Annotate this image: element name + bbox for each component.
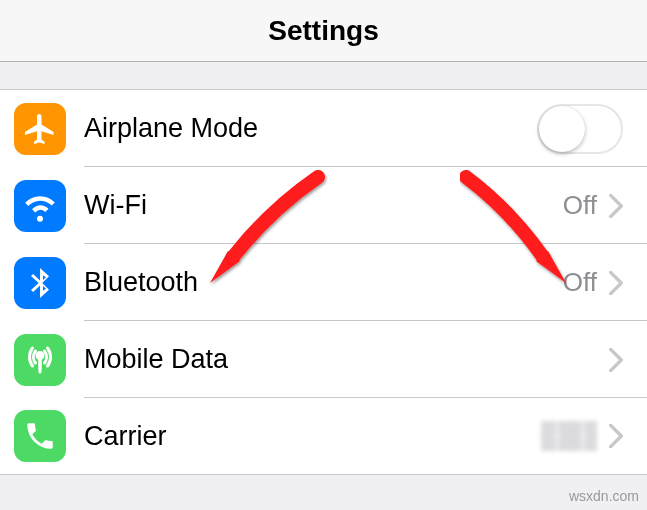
carrier-status-obscured (541, 421, 597, 451)
row-mobile-data[interactable]: Mobile Data (0, 321, 647, 398)
chevron-right-icon (609, 348, 623, 372)
toggle-knob (539, 106, 585, 152)
bluetooth-icon (14, 257, 66, 309)
wifi-label: Wi-Fi (84, 190, 563, 221)
settings-list: Airplane Mode Wi-Fi Off Bluetooth Off (0, 90, 647, 475)
chevron-right-icon (609, 424, 623, 448)
row-airplane-mode[interactable]: Airplane Mode (0, 90, 647, 167)
chevron-right-icon (609, 194, 623, 218)
bluetooth-label: Bluetooth (84, 267, 563, 298)
carrier-label: Carrier (84, 421, 541, 452)
chevron-right-icon (609, 271, 623, 295)
row-bluetooth[interactable]: Bluetooth Off (0, 244, 647, 321)
airplane-toggle[interactable] (537, 104, 623, 154)
wifi-status: Off (563, 190, 597, 221)
header: Settings (0, 0, 647, 62)
row-wifi[interactable]: Wi-Fi Off (0, 167, 647, 244)
section-spacer (0, 62, 647, 90)
airplane-label: Airplane Mode (84, 113, 537, 144)
wifi-icon (14, 180, 66, 232)
svg-rect-1 (39, 357, 42, 371)
bluetooth-status: Off (563, 267, 597, 298)
cellular-icon (14, 334, 66, 386)
page-title: Settings (268, 15, 378, 47)
watermark: wsxdn.com (569, 488, 639, 504)
row-carrier[interactable]: Carrier (0, 398, 647, 475)
airplane-icon (14, 103, 66, 155)
phone-icon (14, 410, 66, 462)
mobile-data-label: Mobile Data (84, 344, 609, 375)
